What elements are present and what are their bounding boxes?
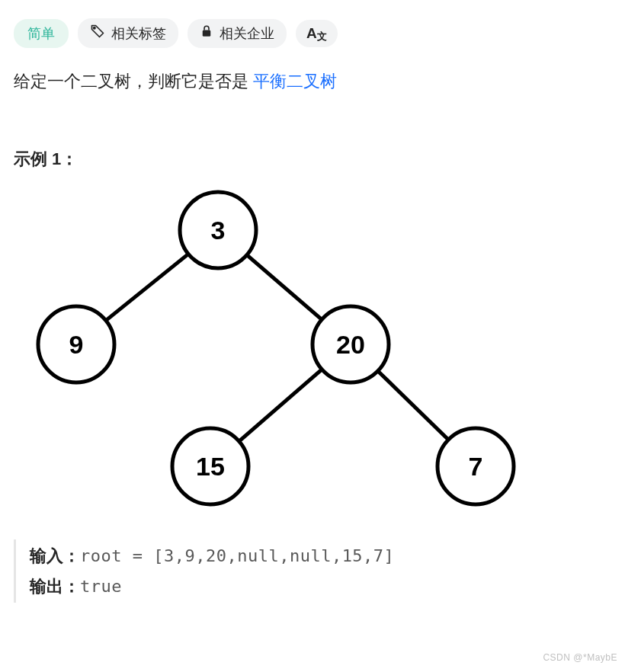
output-row: 输出：true xyxy=(30,571,611,602)
example-io: 输入：root = [3,9,20,null,null,15,7] 输出：tru… xyxy=(14,539,611,603)
output-label: 输出： xyxy=(30,577,80,596)
example-title: 示例 1： xyxy=(14,148,611,171)
tag-icon xyxy=(90,24,105,43)
output-value: true xyxy=(80,577,122,596)
balanced-tree-link[interactable]: 平衡二叉树 xyxy=(253,72,337,91)
translate-icon: A文 xyxy=(306,25,327,42)
problem-description: 给定一个二叉树，判断它是否是 平衡二叉树 xyxy=(14,68,611,94)
pills-row: 简单 相关标签 相关企业 A文 xyxy=(14,18,611,48)
lock-icon xyxy=(200,24,213,42)
tree-diagram: 3920157 xyxy=(18,184,521,527)
input-value: root = [3,9,20,null,null,15,7] xyxy=(80,546,394,565)
tree-node xyxy=(172,428,248,504)
font-pill[interactable]: A文 xyxy=(296,20,338,47)
tree-node xyxy=(312,306,389,382)
tree-edge xyxy=(378,371,448,440)
companies-label: 相关企业 xyxy=(220,24,274,43)
tree-node xyxy=(438,428,514,504)
difficulty-pill[interactable]: 简单 xyxy=(14,19,69,48)
tree-node xyxy=(180,192,256,268)
desc-text: 给定一个二叉树，判断它是否是 xyxy=(14,72,253,91)
tree-edge xyxy=(106,254,188,321)
tree-edge xyxy=(247,255,322,320)
tree-edge xyxy=(239,370,322,441)
tree-node xyxy=(38,306,114,382)
input-label: 输入： xyxy=(30,546,80,565)
companies-pill[interactable]: 相关企业 xyxy=(188,19,287,48)
svg-rect-1 xyxy=(203,30,211,37)
svg-point-0 xyxy=(94,27,95,29)
input-row: 输入：root = [3,9,20,null,null,15,7] xyxy=(30,541,611,571)
tags-label: 相关标签 xyxy=(111,24,166,43)
tags-pill[interactable]: 相关标签 xyxy=(78,18,178,48)
